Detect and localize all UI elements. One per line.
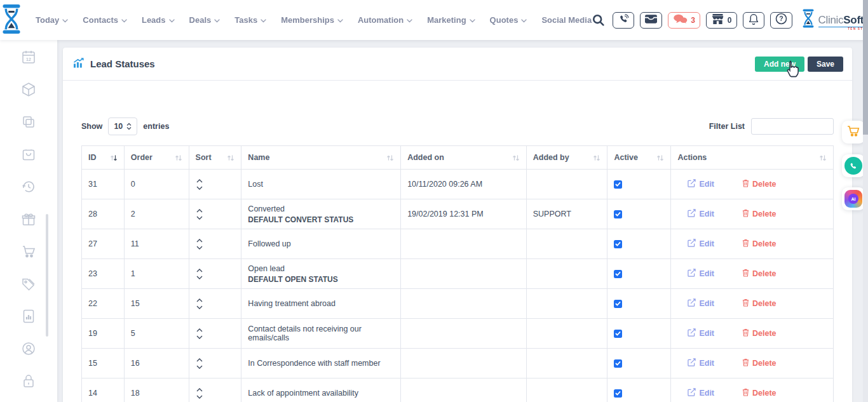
active-checkbox[interactable] bbox=[614, 210, 622, 218]
sidebar-item-calendar[interactable]: 12 bbox=[20, 49, 37, 65]
move-down-button[interactable] bbox=[196, 335, 205, 339]
sidebar-item-price-tag[interactable] bbox=[20, 276, 37, 292]
help-button[interactable]: ? bbox=[770, 12, 792, 29]
active-checkbox[interactable] bbox=[614, 389, 622, 398]
delete-link[interactable]: Delete bbox=[742, 179, 776, 189]
move-down-button[interactable] bbox=[196, 216, 205, 220]
sidebar-item-gift[interactable] bbox=[20, 211, 37, 227]
sidebar-item-lock[interactable] bbox=[20, 373, 37, 389]
edit-link[interactable]: Edit bbox=[688, 209, 714, 219]
move-down-button[interactable] bbox=[196, 305, 205, 309]
column-header[interactable]: Added on bbox=[401, 146, 527, 170]
floating-ai-button[interactable]: AI bbox=[842, 187, 865, 210]
nav-item[interactable]: Memberships bbox=[281, 15, 343, 25]
column-header[interactable]: Sort bbox=[189, 146, 241, 170]
column-header[interactable]: Added by bbox=[526, 146, 607, 170]
page-size-select[interactable]: 10 bbox=[108, 117, 137, 135]
store-button[interactable]: 0 bbox=[706, 12, 737, 29]
edit-link[interactable]: Edit bbox=[688, 388, 714, 398]
delete-link[interactable]: Delete bbox=[742, 269, 776, 279]
cell-sort bbox=[189, 289, 241, 319]
edit-link[interactable]: Edit bbox=[688, 328, 714, 338]
move-up-button[interactable] bbox=[196, 239, 205, 243]
sidebar-item-pages[interactable] bbox=[20, 114, 37, 130]
nav-item[interactable]: Marketing bbox=[427, 15, 475, 25]
active-checkbox[interactable] bbox=[614, 359, 622, 368]
add-new-button[interactable]: Add new bbox=[755, 57, 804, 72]
edit-icon bbox=[688, 269, 696, 279]
nav-item[interactable]: Deals bbox=[189, 15, 220, 25]
column-header[interactable]: Actions bbox=[671, 146, 834, 170]
active-checkbox[interactable] bbox=[614, 300, 622, 308]
nav-item[interactable]: Leads bbox=[142, 15, 175, 25]
floating-phone-button[interactable] bbox=[842, 154, 865, 177]
column-header[interactable]: Name bbox=[241, 146, 401, 170]
move-up-button[interactable] bbox=[196, 388, 205, 392]
nav-item[interactable]: Contacts bbox=[83, 15, 127, 25]
brand-logo[interactable]: .com ClinicSoftware TEN STEPS AHEAD bbox=[801, 9, 868, 31]
cell-actions: Edit Delete bbox=[671, 199, 834, 229]
sidebar-scrollbar[interactable] bbox=[46, 214, 48, 337]
delete-link[interactable]: Delete bbox=[742, 328, 776, 338]
show-entries-group: Show 10 entries bbox=[81, 117, 169, 135]
move-down-button[interactable] bbox=[196, 276, 205, 279]
cell-added-on bbox=[401, 379, 527, 402]
notifications-button[interactable] bbox=[743, 12, 764, 29]
phone-button[interactable] bbox=[613, 12, 634, 29]
move-down-button[interactable] bbox=[196, 365, 205, 369]
column-header[interactable]: Order bbox=[124, 146, 189, 170]
cell-actions: Edit Delete bbox=[671, 170, 834, 199]
cell-order: 2 bbox=[124, 199, 189, 229]
sidebar-item-shopping-bag[interactable] bbox=[20, 146, 37, 163]
delete-link[interactable]: Delete bbox=[742, 358, 776, 368]
nav-item[interactable]: Quotes bbox=[490, 15, 527, 25]
delete-link[interactable]: Delete bbox=[742, 298, 776, 309]
move-up-button[interactable] bbox=[196, 328, 205, 332]
svg-text:?: ? bbox=[779, 15, 783, 22]
move-down-button[interactable] bbox=[196, 186, 205, 190]
column-header[interactable]: Active bbox=[607, 146, 671, 170]
edit-link[interactable]: Edit bbox=[688, 298, 714, 309]
delete-link[interactable]: Delete bbox=[742, 388, 776, 398]
floating-cart-button[interactable] bbox=[842, 121, 865, 144]
chat-button[interactable]: 3 bbox=[668, 12, 700, 29]
move-up-button[interactable] bbox=[196, 358, 205, 362]
sidebar-item-history[interactable] bbox=[20, 178, 37, 195]
edit-link[interactable]: Edit bbox=[688, 269, 714, 279]
inbox-button[interactable] bbox=[640, 12, 662, 29]
edit-link[interactable]: Edit bbox=[688, 179, 714, 189]
move-down-button[interactable] bbox=[196, 246, 205, 250]
delete-link[interactable]: Delete bbox=[742, 239, 776, 249]
search-icon[interactable] bbox=[592, 13, 605, 27]
filter-input[interactable] bbox=[751, 118, 834, 135]
nav-item-label: Social Media bbox=[541, 15, 592, 25]
column-header[interactable]: ID bbox=[82, 146, 125, 170]
sidebar-item-cart[interactable] bbox=[20, 243, 37, 260]
active-checkbox[interactable] bbox=[614, 330, 622, 338]
active-checkbox[interactable] bbox=[614, 240, 622, 248]
move-up-button[interactable] bbox=[196, 269, 205, 272]
edit-link[interactable]: Edit bbox=[688, 239, 714, 249]
edit-icon bbox=[688, 179, 696, 189]
cart-icon bbox=[846, 124, 860, 140]
move-up-button[interactable] bbox=[196, 179, 205, 183]
nav-item[interactable]: Automation bbox=[358, 15, 412, 25]
delete-label: Delete bbox=[752, 359, 776, 368]
active-checkbox[interactable] bbox=[614, 270, 622, 278]
sidebar-item-package[interactable] bbox=[20, 81, 37, 98]
sidebar-item-report[interactable] bbox=[20, 308, 37, 325]
cell-name: Open lead DEFAULT OPEN STATUS bbox=[241, 259, 401, 289]
nav-item[interactable]: Today bbox=[36, 15, 68, 25]
move-up-button[interactable] bbox=[196, 298, 205, 302]
delete-link[interactable]: Delete bbox=[742, 209, 776, 219]
nav-item[interactable]: Tasks bbox=[234, 15, 266, 25]
active-checkbox[interactable] bbox=[614, 180, 622, 189]
move-up-button[interactable] bbox=[196, 209, 205, 213]
sidebar-item-account[interactable] bbox=[20, 340, 37, 357]
nav-item[interactable]: Social Media bbox=[541, 15, 592, 25]
save-button[interactable]: Save bbox=[808, 57, 843, 72]
edit-link[interactable]: Edit bbox=[688, 358, 714, 368]
app-logo[interactable] bbox=[0, 4, 23, 36]
page-scrollbar-thumb[interactable] bbox=[863, 0, 868, 135]
move-down-button[interactable] bbox=[196, 395, 205, 399]
